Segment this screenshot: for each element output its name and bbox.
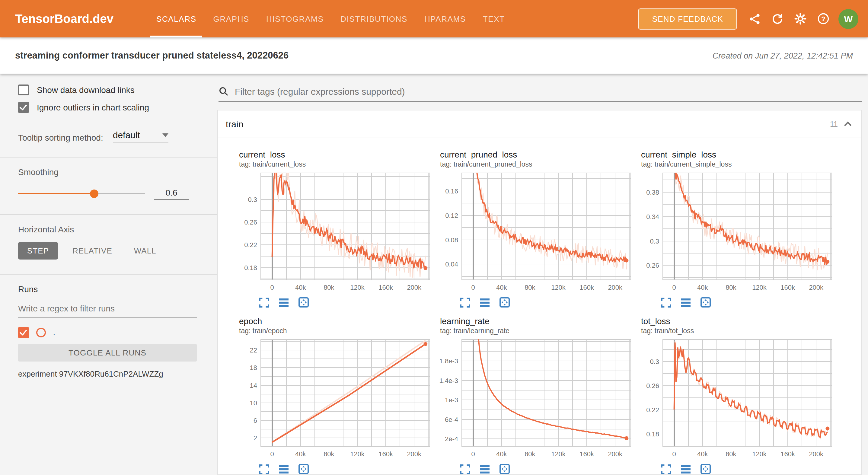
haxis-step-button[interactable]: STEP [18,242,58,259]
data-table-icon[interactable] [680,297,691,308]
help-icon[interactable]: ? [812,7,835,30]
run-name: . [53,328,55,337]
fullscreen-icon[interactable] [660,297,671,308]
chart-tag: tag: train/current_loss [239,160,440,169]
svg-text:0.34: 0.34 [646,213,659,221]
fullscreen-icon[interactable] [258,464,269,474]
svg-text:80k: 80k [323,450,334,458]
svg-text:160k: 160k [780,450,795,458]
svg-text:0.08: 0.08 [445,236,458,244]
scalar-plot[interactable]: 0.180.220.260.3040k80k120k160k200k [237,172,432,293]
svg-text:80k: 80k [525,284,535,291]
chart-toolbar [660,297,842,308]
data-table-icon[interactable] [680,464,691,474]
smoothing-slider[interactable] [18,193,145,194]
settings-sidebar: Show data download links Ignore outliers… [0,74,217,475]
haxis-relative-button[interactable]: RELATIVE [65,242,120,259]
tooltip-sorting-select[interactable]: default [113,130,168,142]
app-logo[interactable]: TensorBoard.dev [15,12,114,26]
tab-text[interactable]: TEXT [474,0,514,37]
chart-toolbar [258,297,440,308]
fullscreen-icon[interactable] [258,297,269,308]
svg-text:1.8e-3: 1.8e-3 [439,357,458,365]
scalar-plot[interactable]: 0.040.080.120.16040k80k120k160k200k [438,172,633,293]
fit-domain-icon[interactable] [298,297,309,308]
svg-text:0: 0 [471,450,475,458]
refresh-icon[interactable] [766,7,789,30]
settings-gear-icon[interactable] [789,7,812,30]
app-header: TensorBoard.dev SCALARS GRAPHS HISTOGRAM… [0,0,868,37]
svg-text:1e-3: 1e-3 [445,396,458,404]
avatar[interactable]: W [838,9,858,29]
svg-text:160k: 160k [378,284,393,291]
data-table-icon[interactable] [479,464,490,474]
run-color-swatch[interactable] [36,328,46,338]
svg-text:200k: 200k [407,284,422,291]
fit-domain-icon[interactable] [700,297,711,308]
toggle-all-runs-button[interactable]: TOGGLE ALL RUNS [18,344,197,361]
chart-card: current_pruned_loss tag: train/current_p… [440,149,641,308]
fullscreen-icon[interactable] [660,464,671,474]
svg-text:120k: 120k [551,450,566,458]
svg-text:80k: 80k [525,450,535,458]
train-card-header[interactable]: train 11 [218,110,861,138]
fullscreen-icon[interactable] [459,464,470,474]
chart-title: current_pruned_loss [440,149,641,160]
svg-text:120k: 120k [350,284,365,291]
svg-text:40k: 40k [295,284,306,291]
svg-text:160k: 160k [780,284,795,291]
svg-text:1.4e-3: 1.4e-3 [439,377,458,384]
tab-scalars[interactable]: SCALARS [148,0,205,37]
divider [0,274,217,275]
svg-text:40k: 40k [295,450,306,458]
smoothing-label: Smoothing [18,167,198,177]
send-feedback-button[interactable]: SEND FEEDBACK [638,8,737,29]
svg-text:6e-4: 6e-4 [445,416,458,423]
group-title: train [226,119,243,129]
chart-toolbar [459,297,641,308]
fit-domain-icon[interactable] [499,464,510,474]
svg-text:40k: 40k [496,284,507,291]
show-download-links-checkbox[interactable] [18,85,29,95]
svg-text:120k: 120k [551,284,566,291]
haxis-wall-button[interactable]: WALL [127,242,163,259]
data-table-icon[interactable] [278,464,289,474]
svg-text:0: 0 [673,284,676,291]
svg-text:200k: 200k [407,450,422,458]
svg-text:200k: 200k [608,284,623,291]
runs-regex-input[interactable] [18,300,197,317]
scalar-plot[interactable]: 0.180.220.260.3040k80k120k160k200k [639,339,834,460]
chart-tag: tag: train/tot_loss [641,326,842,336]
tensorboard-app: TensorBoard.dev SCALARS GRAPHS HISTOGRAM… [0,0,868,475]
chart-card: current_simple_loss tag: train/current_s… [641,149,842,308]
svg-text:0.18: 0.18 [244,264,257,272]
smoothing-slider-thumb[interactable] [90,190,98,198]
svg-text:0.3: 0.3 [248,196,257,203]
fit-domain-icon[interactable] [298,464,309,474]
fit-domain-icon[interactable] [700,464,711,474]
share-icon[interactable] [743,7,766,30]
filter-tags-input[interactable] [234,86,862,97]
horizontal-axis-label: Horizontal Axis [18,224,198,234]
fullscreen-icon[interactable] [459,297,470,308]
tab-distributions[interactable]: DISTRIBUTIONS [332,0,416,37]
chevron-up-icon[interactable] [843,119,853,129]
tab-histograms[interactable]: HISTOGRAMS [258,0,332,37]
data-table-icon[interactable] [479,297,490,308]
scalar-plot[interactable]: 2e-46e-41e-31.4e-31.8e-3040k80k120k160k2… [438,339,633,460]
svg-text:200k: 200k [809,284,824,291]
fit-domain-icon[interactable] [499,297,510,308]
svg-text:0.3: 0.3 [650,358,659,366]
experiment-title: streaming conformer transducer pruned st… [15,50,288,61]
data-table-icon[interactable] [278,297,289,308]
scalar-plot[interactable]: 2610141822040k80k120k160k200k [237,339,432,460]
smoothing-value-input[interactable] [154,188,189,200]
run-checkbox[interactable] [18,327,29,338]
tab-hparams[interactable]: HPARAMS [416,0,474,37]
ignore-outliers-checkbox[interactable] [18,102,29,113]
scalar-plot[interactable]: 0.260.30.340.38040k80k120k160k200k [639,172,834,293]
experiment-bar: streaming conformer transducer pruned st… [0,37,868,74]
chart-title: current_loss [239,149,440,160]
svg-text:80k: 80k [725,284,736,291]
tab-graphs[interactable]: GRAPHS [205,0,258,37]
